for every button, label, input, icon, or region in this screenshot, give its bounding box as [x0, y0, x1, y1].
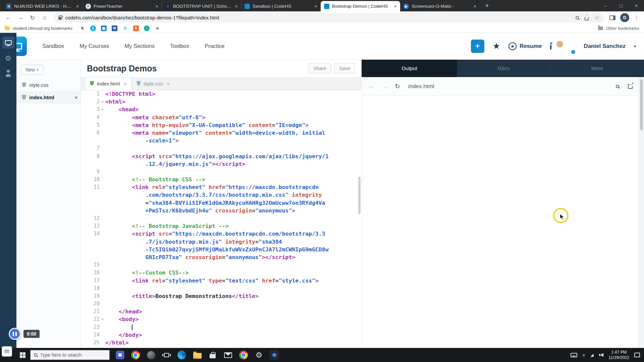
code-line[interactable]: GNIcPD7Txa" crossorigin="anonymous"></sc…: [81, 253, 362, 261]
settings-icon[interactable]: ⚙: [251, 348, 267, 362]
code-line[interactable]: 5 <meta http-equiv="X-UA-Compatible" con…: [81, 121, 362, 129]
code-line[interactable]: 7: [81, 144, 362, 152]
tab-close-icon[interactable]: ×: [156, 4, 158, 9]
side-panel-icon[interactable]: [609, 15, 615, 20]
tab-close-icon[interactable]: ×: [394, 4, 397, 9]
code-line[interactable]: 21 </head>: [81, 308, 362, 315]
code-line[interactable]: 9: [81, 168, 362, 176]
mail-icon[interactable]: [220, 348, 236, 362]
output-tab-more[interactable]: More: [550, 60, 644, 77]
code-line[interactable]: 15: [81, 261, 362, 269]
file-item-style.css[interactable]: style.css: [16, 79, 80, 91]
create-new-button[interactable]: +: [471, 40, 484, 53]
rail-sandbox-item[interactable]: [2, 37, 14, 49]
code-line[interactable]: 2▾<html>: [81, 98, 362, 106]
bookmark-nlmusd-icon[interactable]: N: [79, 25, 85, 31]
code-line[interactable]: 8 <script src="https://ajax.googleapis.c…: [81, 153, 362, 160]
code-line[interactable]: +PmSTsz/K68vbdEjh4u" crossorigin="anonym…: [81, 207, 362, 215]
code-line[interactable]: -scale=1">: [81, 137, 362, 144]
code-line[interactable]: ="sha384-BVYiiSIFeK1dGmJRAkycuHAHRg32OmU…: [81, 199, 362, 207]
code-line[interactable]: 23: [81, 323, 362, 331]
volume-icon[interactable]: [598, 353, 603, 357]
minimize-icon[interactable]: –: [598, 0, 613, 11]
code-line[interactable]: -Tc5IQib027qvyjSMfHjOMaLkfuWVxZxUPnCJA7l…: [81, 246, 362, 253]
tab-close-icon[interactable]: ×: [235, 4, 238, 9]
file-caret-icon[interactable]: ▾: [75, 95, 77, 100]
bookmark-star-icon[interactable]: ☆: [594, 14, 599, 21]
code-line[interactable]: 14 <script src="https://maxcdn.bootstrap…: [81, 230, 362, 238]
touch-keyboard-icon[interactable]: [571, 353, 577, 357]
zoom-icon[interactable]: [576, 16, 579, 19]
bookmark-word-icon[interactable]: W: [112, 25, 117, 31]
favorites-star-icon[interactable]: ★: [493, 41, 500, 51]
bookmarks-folder-label[interactable]: student.nlmusd.org bookmarks: [13, 26, 72, 31]
tray-caret-icon[interactable]: ∧: [582, 353, 585, 357]
editor-tab-style.css[interactable]: style.css×: [131, 77, 174, 90]
file-explorer-icon[interactable]: [190, 348, 205, 362]
chat-app-icon[interactable]: [112, 348, 128, 362]
bookmark-clock-icon[interactable]: ◔: [144, 25, 150, 31]
bookmark-skype-icon[interactable]: S: [90, 25, 96, 31]
code-line[interactable]: 24 </body>: [81, 331, 362, 339]
bookmark-app-icon[interactable]: ▣: [101, 25, 107, 31]
browser-menu-icon[interactable]: ⋮: [634, 14, 639, 21]
tab-close-icon[interactable]: ×: [123, 81, 126, 86]
rail-settings-item[interactable]: ⚙: [2, 52, 14, 64]
search-icon[interactable]: [616, 85, 619, 88]
code-line[interactable]: 1<!DOCTYPE html>: [81, 90, 362, 98]
taskbar-search[interactable]: Type here to search: [30, 350, 110, 360]
output-reload-icon[interactable]: ↻: [395, 82, 400, 90]
output-tab-output[interactable]: Output: [362, 60, 457, 77]
output-tab-docs[interactable]: Docs: [457, 60, 550, 77]
nav-practice[interactable]: Practice: [205, 43, 225, 49]
tab-close-icon[interactable]: ×: [76, 4, 79, 9]
bookmark-google-icon[interactable]: G: [122, 25, 128, 31]
nav-toolbox[interactable]: Toolbox: [170, 43, 189, 49]
tab-close-icon[interactable]: ×: [315, 4, 317, 9]
browser-tab[interactable]: ▶Screencast-O-Matic -×: [400, 1, 480, 11]
resume-button[interactable]: ▶ Resume: [508, 42, 542, 50]
new-file-button[interactable]: New +: [21, 65, 43, 75]
pause-button[interactable]: [9, 328, 21, 340]
browser-tab[interactable]: PPowerTeacher×: [82, 1, 162, 11]
output-forward-icon[interactable]: →: [381, 82, 388, 90]
taskbar-clock[interactable]: 1:47 PM 11/29/2022: [608, 350, 629, 361]
reload-icon[interactable]: ↻: [27, 13, 38, 23]
code-line[interactable]: 10 <!-- Bootstrap CSS -->: [81, 176, 362, 183]
store-icon[interactable]: [205, 348, 220, 362]
file-item-index.html[interactable]: index.html▾: [16, 91, 80, 104]
tab-close-icon[interactable]: ×: [167, 81, 170, 86]
browser-tab[interactable]: NNLMUSD WEB LINKS - Home×: [3, 1, 82, 11]
home-icon[interactable]: ⌂: [39, 13, 50, 23]
action-center-icon[interactable]: [634, 353, 640, 357]
url-text[interactable]: codehs.com/sandbox/dsanchez/bootstrap-de…: [65, 15, 572, 20]
code-line[interactable]: 22▾ <body>: [81, 315, 362, 323]
network-icon[interactable]: ◢: [590, 353, 593, 357]
share-button[interactable]: Share: [309, 63, 331, 73]
browser-profile-avatar[interactable]: D: [620, 13, 629, 22]
code-line[interactable]: .com/bootstrap/3.3.7/css/bootstrap.min.c…: [81, 191, 362, 199]
new-tab-button[interactable]: +: [482, 1, 492, 10]
page-scrollbar[interactable]: [639, 77, 644, 348]
editor-tab-index.html[interactable]: index.html×: [85, 77, 131, 90]
recorder-tools-button[interactable]: [2, 346, 12, 357]
edge-icon[interactable]: [174, 348, 190, 362]
forward-icon[interactable]: →: [15, 13, 26, 23]
open-external-icon[interactable]: [628, 84, 633, 89]
bookmarks-folder-icon[interactable]: [5, 26, 10, 30]
code-line[interactable]: 20: [81, 300, 362, 308]
tab-close-icon[interactable]: ×: [474, 4, 476, 9]
code-line[interactable]: 17 <link rel="stylesheet" type="text/css…: [81, 277, 362, 285]
code-line[interactable]: 19 <title>Boostrap Demonstrations</title…: [81, 292, 362, 300]
chevron-down-icon[interactable]: ▾: [634, 44, 636, 49]
bookmark-globe-icon[interactable]: ⊕: [155, 25, 160, 31]
code-line[interactable]: 25</html>: [81, 339, 362, 347]
task-view-icon[interactable]: [159, 348, 174, 362]
other-bookmarks[interactable]: Other bookmarks: [598, 26, 639, 31]
code-line[interactable]: 16 <!--Custom CSS-->: [81, 269, 362, 277]
code-line[interactable]: 6 <meta name="viewport" content="width=d…: [81, 129, 362, 137]
fold-arrow-icon[interactable]: ▾: [100, 315, 105, 323]
start-button[interactable]: [15, 348, 30, 362]
screen-recorder-icon[interactable]: [267, 348, 282, 362]
save-button[interactable]: Save: [334, 63, 355, 73]
